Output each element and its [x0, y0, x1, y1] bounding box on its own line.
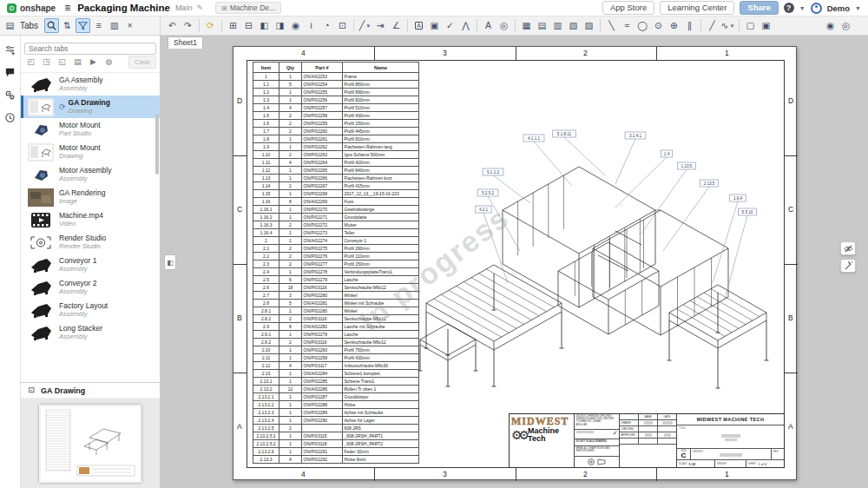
ordinate-dimension-icon[interactable]: ⇥ — [373, 18, 388, 33]
detail-view-icon[interactable]: ◉ — [288, 18, 303, 33]
duplicate-sheet-icon[interactable]: ▣ — [759, 18, 773, 33]
hatch-icon[interactable]: ∥ — [682, 18, 697, 33]
chamfer-dimension-icon[interactable]: ∠ — [389, 18, 404, 33]
revision-table-icon[interactable]: ▧ — [566, 18, 581, 33]
sort-tabs-icon[interactable]: ⇅ — [60, 18, 75, 33]
search-tabs-input[interactable] — [24, 43, 156, 55]
break-view-icon[interactable]: ≀ — [304, 18, 319, 33]
tabs-panel: ◰◳◱▤▶◍Clear GA AssemblyAssembly⟳GA Drawi… — [21, 36, 161, 488]
filter-image-icon[interactable]: ▤ — [71, 56, 84, 69]
insert-view-icon[interactable]: ⊞ — [226, 18, 240, 33]
share-button[interactable]: Share — [740, 1, 778, 15]
branch-name[interactable]: Main — [175, 3, 193, 12]
comments-panel-icon[interactable] — [3, 65, 17, 80]
close-panel-icon[interactable]: × — [122, 18, 137, 33]
weld-symbol-icon[interactable]: ⋀ — [458, 18, 473, 33]
filter-drawing-icon[interactable]: ◱ — [56, 56, 69, 69]
tab-item-motor-assembly[interactable]: Motor AssemblyAssembly — [21, 163, 160, 186]
hole-table-icon[interactable]: ▥ — [550, 18, 565, 33]
drawing-sheet[interactable]: 44332211DDCCBBAA ItemQtyPart #Name11ON/A… — [233, 46, 797, 480]
search-tabs-icon[interactable] — [44, 18, 59, 33]
drawing-toolbar: ↶↷⟳⊞⊟◧◨◉≀◔⊡╱▼⇥∠A▣✓⋀A◎▦▤▥▧▨╲≈◯⊙⊕∥╱∿▼▢▣◉◎ — [161, 16, 868, 36]
zoom-window-icon[interactable]: ◉ — [823, 18, 838, 33]
table-icon[interactable]: ▦ — [519, 18, 534, 33]
gears-icon: ⚙⚙ — [511, 430, 526, 441]
centerline-icon[interactable]: ╲ — [604, 18, 619, 33]
tab-item-conveyor-1[interactable]: Conveyor 1Assembly — [21, 254, 160, 276]
auxiliary-view-icon[interactable]: ◧ — [257, 18, 272, 33]
tab-list-scrollbar[interactable] — [155, 114, 159, 175]
user-avatar[interactable] — [811, 3, 822, 14]
sync-drawing-icon[interactable]: ⟳ — [203, 18, 218, 33]
tab-item-machine-mp4[interactable]: Machine.mp4Video — [21, 208, 160, 231]
section-view-icon[interactable]: ◨ — [273, 18, 287, 33]
circle-tool-icon[interactable]: ◯ — [635, 18, 650, 33]
measure-tools-button[interactable] — [840, 259, 856, 273]
learning-center-button[interactable]: Learning Center — [660, 1, 734, 15]
text-icon[interactable]: A — [481, 18, 496, 33]
grid-view-icon[interactable]: ▥ — [107, 18, 122, 33]
onshape-logo-icon[interactable] — [7, 3, 16, 13]
drawing-canvas[interactable]: Sheet1 ◧ 44332211DDCCBBAA ItemQtyPart #N… — [161, 36, 868, 488]
zoom-fit-icon[interactable]: ◎ — [838, 18, 853, 33]
dropdown-caret-icon[interactable]: ▼ — [729, 23, 734, 29]
center-circle-icon[interactable]: ⊙ — [651, 18, 666, 33]
filter-video-icon[interactable]: ▶ — [87, 56, 100, 69]
filter-render-icon[interactable]: ◍ — [102, 56, 115, 69]
toolbar-separator — [700, 19, 701, 32]
spline-icon[interactable]: ∿▼ — [720, 18, 735, 33]
crop-view-icon[interactable]: ⊡ — [335, 18, 350, 33]
help-caret-icon[interactable]: ▼ — [799, 5, 806, 11]
centermark-icon[interactable]: ≈ — [620, 18, 635, 33]
point-icon[interactable]: ⊕ — [667, 18, 681, 33]
document-menu-icon[interactable]: ≡ — [64, 2, 70, 14]
title-block-right: MIDWEST MACHINE TECH TITLE SIZEC DWG NO … — [677, 414, 784, 467]
new-sheet-icon[interactable]: ▢ — [743, 18, 758, 33]
app-store-button[interactable]: App Store — [602, 1, 654, 15]
line-icon[interactable]: ╱ — [705, 18, 720, 33]
tab-item-ga-assembly[interactable]: GA AssemblyAssembly — [21, 73, 160, 96]
broken-out-section-icon[interactable]: ◔ — [319, 18, 334, 33]
tab-item-motor-mount[interactable]: Motor MountPart Studio — [21, 118, 160, 141]
tab-item-short-stacker[interactable]: Short StackerAssembly — [21, 344, 160, 346]
undo-icon[interactable]: ↶ — [165, 18, 180, 33]
document-tab[interactable]: ⊞ Machine De... — [215, 2, 281, 14]
tabs-options-icon[interactable] — [3, 43, 17, 57]
list-view-icon[interactable]: ≡ — [91, 18, 106, 33]
sheet-tab[interactable]: Sheet1 — [168, 36, 203, 49]
filter-tabs-icon[interactable] — [76, 18, 90, 33]
drawing-title-field: TITLE — [677, 425, 784, 449]
tab-item-long-stacker[interactable]: Long StackerAssembly — [21, 321, 160, 344]
tab-item-ga-rendering[interactable]: GA RenderingImage — [21, 186, 160, 208]
filter-part-studio-icon[interactable]: ◰ — [24, 56, 37, 69]
filter-assembly-icon[interactable]: ◳ — [40, 56, 53, 69]
find-text-icon[interactable]: ◎ — [496, 18, 511, 33]
tab-manager-icon[interactable]: ▤ — [3, 18, 17, 33]
tab-item-render-studio[interactable]: Render StudioRender Studio — [21, 231, 160, 254]
rename-icon[interactable]: ✎ — [196, 3, 203, 12]
tab-item-factory-layout[interactable]: Factory LayoutAssembly — [21, 299, 160, 321]
clear-filters-button[interactable]: Clear — [128, 56, 156, 69]
tab-item-conveyor-2[interactable]: Conveyor 2Assembly — [21, 276, 160, 299]
image-note-icon[interactable]: ▣ — [427, 18, 442, 33]
hide-show-button[interactable] — [840, 241, 856, 255]
history-icon[interactable] — [3, 110, 17, 125]
bom-table-icon[interactable]: ▤ — [535, 18, 549, 33]
note-icon[interactable]: A — [411, 18, 426, 33]
redo-icon[interactable]: ↷ — [181, 18, 195, 33]
surface-finish-icon[interactable]: ✓ — [443, 18, 457, 33]
tab-item-ga-drawing[interactable]: ⟳GA DrawingDrawing — [21, 96, 160, 118]
help-icon[interactable]: ? — [784, 3, 794, 13]
tab-item-motor-mount[interactable]: Motor MountDrawing — [21, 141, 160, 163]
release-icon[interactable] — [3, 88, 17, 102]
balloon-label: 2.13.5 — [704, 181, 715, 186]
cut-list-table-icon[interactable]: ▨ — [582, 18, 596, 33]
tab-type: Render Studio — [59, 243, 106, 251]
tab-list: GA AssemblyAssembly⟳GA DrawingDrawingMot… — [21, 72, 160, 346]
dropdown-caret-icon[interactable]: ▼ — [365, 23, 371, 29]
dimension-icon[interactable]: ╱▼ — [358, 18, 372, 33]
user-caret-icon[interactable]: ▼ — [855, 5, 861, 11]
collapse-panel-handle[interactable]: ◧ — [164, 254, 176, 270]
preview-area[interactable] — [21, 399, 160, 488]
projected-view-icon[interactable]: ⊟ — [241, 18, 256, 33]
